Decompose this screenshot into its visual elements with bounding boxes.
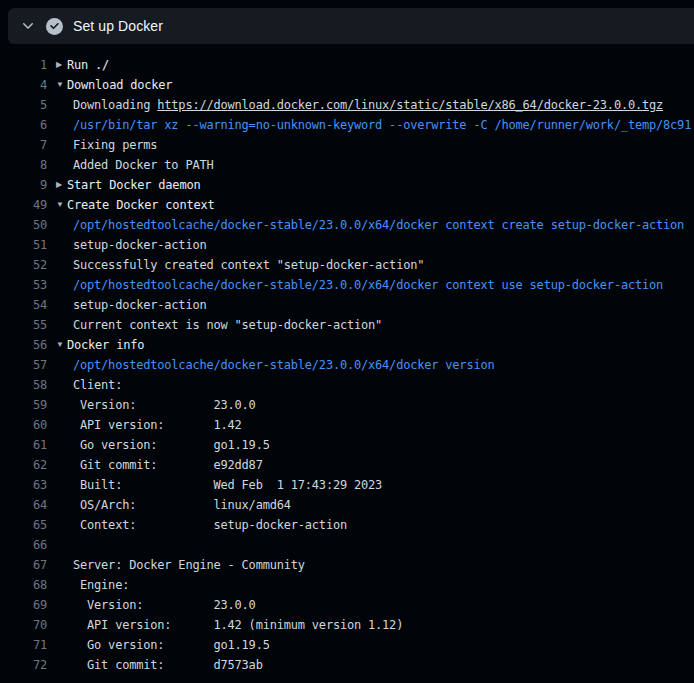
log-row: 52Successfully created context "setup-do…: [0, 255, 694, 275]
line-number[interactable]: 72: [0, 658, 47, 672]
log-group-row[interactable]: 49▼Create Docker context: [0, 195, 694, 215]
log-text-with-link: Downloading https://download.docker.com/…: [67, 95, 694, 115]
line-number[interactable]: 8: [0, 158, 47, 172]
log-text: Current context is now "setup-docker-act…: [67, 315, 694, 335]
log-text: OS/Arch: linux/amd64: [67, 495, 694, 515]
triangle-down-icon[interactable]: ▼: [47, 195, 67, 215]
line-number[interactable]: 49: [0, 198, 47, 212]
log-text: Added Docker to PATH: [67, 155, 694, 175]
log-text: Go version: go1.19.5: [67, 635, 694, 655]
log-row: 51setup-docker-action: [0, 235, 694, 255]
triangle-down-icon[interactable]: ▼: [47, 335, 67, 355]
log-row: 55Current context is now "setup-docker-a…: [0, 315, 694, 335]
line-number[interactable]: 55: [0, 318, 47, 332]
line-number[interactable]: 68: [0, 578, 47, 592]
line-number[interactable]: 51: [0, 238, 47, 252]
line-number[interactable]: 69: [0, 598, 47, 612]
command-text: /opt/hostedtoolcache/docker-stable/23.0.…: [67, 275, 694, 295]
log-text: API version: 1.42: [67, 415, 694, 435]
log-row: 66: [0, 535, 694, 555]
log-row: 64 OS/Arch: linux/amd64: [0, 495, 694, 515]
log-row: 60 API version: 1.42: [0, 415, 694, 435]
log-row: 7Fixing perms: [0, 135, 694, 155]
log-text: Git commit: e92dd87: [67, 455, 694, 475]
group-title: Run ./: [67, 55, 694, 75]
log-text: Built: Wed Feb 1 17:43:29 2023: [67, 475, 694, 495]
line-number[interactable]: 70: [0, 618, 47, 632]
line-number[interactable]: 66: [0, 538, 47, 552]
triangle-down-icon[interactable]: ▼: [47, 75, 67, 95]
triangle-right-icon[interactable]: ▶: [47, 55, 67, 75]
log-row: 6/usr/bin/tar xz --warning=no-unknown-ke…: [0, 115, 694, 135]
log-row: 57/opt/hostedtoolcache/docker-stable/23.…: [0, 355, 694, 375]
log-group-row[interactable]: 4▼Download docker: [0, 75, 694, 95]
log-group-row[interactable]: 1▶Run ./: [0, 55, 694, 75]
log-text: Fixing perms: [67, 135, 694, 155]
chevron-down-icon[interactable]: [20, 18, 36, 34]
command-text: /usr/bin/tar xz --warning=no-unknown-key…: [67, 115, 694, 135]
line-number[interactable]: 53: [0, 278, 47, 292]
line-number[interactable]: 5: [0, 98, 47, 112]
line-number[interactable]: 56: [0, 338, 47, 352]
log-text: Version: 23.0.0: [67, 395, 694, 415]
line-number[interactable]: 63: [0, 478, 47, 492]
command-text: /opt/hostedtoolcache/docker-stable/23.0.…: [67, 355, 694, 375]
log-text: Client:: [67, 375, 694, 395]
line-number[interactable]: 4: [0, 78, 47, 92]
step-title: Set up Docker: [73, 18, 163, 34]
log-lines: 1▶Run ./4▼Download docker5Downloading ht…: [0, 55, 694, 675]
line-number[interactable]: 59: [0, 398, 47, 412]
line-number[interactable]: 62: [0, 458, 47, 472]
log-row: 65 Context: setup-docker-action: [0, 515, 694, 535]
log-text: Downloading: [73, 98, 157, 112]
log-row: 53/opt/hostedtoolcache/docker-stable/23.…: [0, 275, 694, 295]
step-header[interactable]: Set up Docker: [8, 8, 694, 44]
line-number[interactable]: 61: [0, 438, 47, 452]
log-text: setup-docker-action: [67, 235, 694, 255]
log-text: Go version: go1.19.5: [67, 435, 694, 455]
line-number[interactable]: 64: [0, 498, 47, 512]
line-number[interactable]: 50: [0, 218, 47, 232]
log-text: Context: setup-docker-action: [67, 515, 694, 535]
command-text: /opt/hostedtoolcache/docker-stable/23.0.…: [67, 215, 694, 235]
log-row: 8Added Docker to PATH: [0, 155, 694, 175]
check-circle-icon: [46, 18, 63, 35]
line-number[interactable]: 1: [0, 58, 47, 72]
log-row: 67Server: Docker Engine - Community: [0, 555, 694, 575]
log-row: 50/opt/hostedtoolcache/docker-stable/23.…: [0, 215, 694, 235]
log-row: 69 Version: 23.0.0: [0, 595, 694, 615]
line-number[interactable]: 52: [0, 258, 47, 272]
log-group-row[interactable]: 56▼Docker info: [0, 335, 694, 355]
line-number[interactable]: 71: [0, 638, 47, 652]
log-text: setup-docker-action: [67, 295, 694, 315]
log-row: 61 Go version: go1.19.5: [0, 435, 694, 455]
log-row: 59 Version: 23.0.0: [0, 395, 694, 415]
group-title: Start Docker daemon: [67, 175, 694, 195]
log-row: 54setup-docker-action: [0, 295, 694, 315]
log-link[interactable]: https://download.docker.com/linux/static…: [157, 98, 663, 112]
line-number[interactable]: 60: [0, 418, 47, 432]
line-number[interactable]: 65: [0, 518, 47, 532]
log-text: Git commit: d7573ab: [67, 655, 694, 675]
log-text: Version: 23.0.0: [67, 595, 694, 615]
log-row: 71 Go version: go1.19.5: [0, 635, 694, 655]
line-number[interactable]: 54: [0, 298, 47, 312]
line-number[interactable]: 67: [0, 558, 47, 572]
line-number[interactable]: 58: [0, 378, 47, 392]
triangle-right-icon[interactable]: ▶: [47, 175, 67, 195]
log-row: 63 Built: Wed Feb 1 17:43:29 2023: [0, 475, 694, 495]
line-number[interactable]: 9: [0, 178, 47, 192]
log-text: API version: 1.42 (minimum version 1.12): [67, 615, 694, 635]
log-row: 62 Git commit: e92dd87: [0, 455, 694, 475]
line-number[interactable]: 7: [0, 138, 47, 152]
line-number[interactable]: 57: [0, 358, 47, 372]
log-row: 58Client:: [0, 375, 694, 395]
log-row: 68 Engine:: [0, 575, 694, 595]
log-row: 72 Git commit: d7573ab: [0, 655, 694, 675]
log-text: Server: Docker Engine - Community: [67, 555, 694, 575]
group-title: Create Docker context: [67, 195, 694, 215]
log-text: Engine:: [67, 575, 694, 595]
log-group-row[interactable]: 9▶Start Docker daemon: [0, 175, 694, 195]
line-number[interactable]: 6: [0, 118, 47, 132]
log-text: Successfully created context "setup-dock…: [67, 255, 694, 275]
